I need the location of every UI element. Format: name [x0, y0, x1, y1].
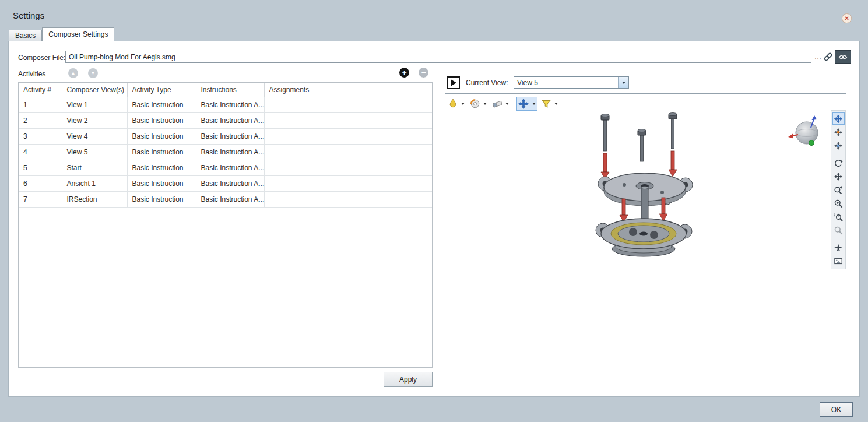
snapshot-button[interactable]: [832, 255, 845, 267]
column-header[interactable]: Instructions: [196, 83, 264, 97]
table-row[interactable]: 7 IRSection Basic Instruction Basic Inst…: [19, 192, 432, 208]
zoom-in-icon: [834, 199, 843, 208]
cell-activity-num[interactable]: 6: [19, 176, 62, 192]
cell-type[interactable]: Basic Instruction: [127, 192, 196, 208]
cell-activity-num[interactable]: 1: [19, 97, 62, 113]
column-header[interactable]: Activity Type: [127, 83, 196, 97]
link-button[interactable]: [823, 52, 833, 62]
cell-type[interactable]: Basic Instruction: [127, 176, 196, 192]
cell-instructions[interactable]: Basic Instruction A...: [196, 160, 264, 176]
apply-button[interactable]: Apply: [384, 372, 433, 387]
view-mode-button[interactable]: [468, 97, 489, 111]
zoom-area-button[interactable]: [832, 210, 845, 223]
add-activity-button[interactable]: +: [399, 68, 409, 78]
cell-assignments[interactable]: [264, 192, 432, 208]
select-move-button[interactable]: [832, 112, 845, 125]
cell-assignments[interactable]: [264, 113, 432, 129]
table-row[interactable]: 6 Ansicht 1 Basic Instruction Basic Inst…: [19, 176, 432, 192]
dropdown-caret[interactable]: [482, 97, 488, 110]
cell-instructions[interactable]: Basic Instruction A...: [196, 145, 264, 160]
ok-button[interactable]: OK: [820, 402, 853, 417]
browse-button[interactable]: …: [813, 51, 823, 63]
dropdown-caret[interactable]: [504, 97, 510, 110]
orbit-button[interactable]: [832, 157, 845, 169]
transform-part-button[interactable]: [832, 139, 845, 152]
cell-view[interactable]: View 4: [62, 129, 127, 145]
composer-file-label: Composer File:: [18, 54, 65, 62]
render-style-button[interactable]: [446, 97, 466, 111]
cell-view[interactable]: View 5: [62, 145, 127, 160]
tab-composer-settings[interactable]: Composer Settings: [42, 27, 114, 41]
filter-button[interactable]: [539, 97, 560, 111]
column-header[interactable]: Activity #: [19, 83, 62, 97]
activities-table: Activity # Composer View(s) Activity Typ…: [18, 82, 433, 368]
bolt-icon: [601, 113, 677, 162]
composer-file-input[interactable]: [65, 51, 811, 63]
cell-view[interactable]: View 2: [62, 113, 127, 129]
table-row[interactable]: 2 View 2 Basic Instruction Basic Instruc…: [19, 113, 432, 129]
model-3d-view[interactable]: [575, 110, 721, 262]
remove-activity-button[interactable]: −: [419, 68, 428, 78]
move-activity-down-button[interactable]: ▼: [88, 68, 98, 78]
cell-assignments[interactable]: [264, 129, 432, 145]
disc-icon: [469, 98, 481, 110]
table-row[interactable]: 4 View 5 Basic Instruction Basic Instruc…: [19, 145, 432, 160]
dropdown-caret[interactable]: [553, 97, 559, 110]
table-row[interactable]: 5 Start Basic Instruction Basic Instruct…: [19, 160, 432, 176]
cell-assignments[interactable]: [264, 97, 432, 113]
table-row[interactable]: 1 View 1 Basic Instruction Basic Instruc…: [19, 97, 432, 113]
cell-type[interactable]: Basic Instruction: [127, 129, 196, 145]
cell-instructions[interactable]: Basic Instruction A...: [196, 97, 264, 113]
zoom-previous-button[interactable]: [832, 224, 845, 236]
cell-activity-num[interactable]: 4: [19, 145, 62, 160]
cell-activity-num[interactable]: 3: [19, 129, 62, 145]
play-button[interactable]: [447, 76, 460, 89]
cell-instructions[interactable]: Basic Instruction A...: [196, 113, 264, 129]
navigation-orb[interactable]: [788, 114, 825, 151]
window-title: Settings: [13, 10, 44, 20]
cell-view[interactable]: View 1: [62, 97, 127, 113]
zoom-arrow-icon: [834, 185, 843, 195]
cell-activity-num[interactable]: 2: [19, 113, 62, 129]
play-icon: [451, 79, 456, 86]
move-mode-button[interactable]: [516, 97, 537, 111]
column-header[interactable]: Assignments: [264, 83, 432, 97]
move-activity-up-button[interactable]: ▲: [68, 68, 78, 78]
clipping-button[interactable]: [490, 97, 511, 111]
zoom-in-button[interactable]: [832, 197, 845, 209]
pump-lower-housing: [596, 219, 692, 256]
zoom-button[interactable]: [832, 184, 845, 196]
cell-assignments[interactable]: [264, 160, 432, 176]
close-button[interactable]: ✕: [842, 13, 852, 23]
cell-type[interactable]: Basic Instruction: [127, 97, 196, 113]
cell-view[interactable]: IRSection: [62, 192, 127, 208]
dropdown-caret[interactable]: [530, 97, 537, 110]
cell-activity-num[interactable]: 5: [19, 160, 62, 176]
eraser-icon: [491, 98, 503, 110]
cell-assignments[interactable]: [264, 145, 432, 160]
cell-instructions[interactable]: Basic Instruction A...: [196, 176, 264, 192]
settings-dialog: Settings ✕ Basics Composer Settings Comp…: [0, 0, 868, 422]
cell-activity-num[interactable]: 7: [19, 192, 62, 208]
translate-part-button[interactable]: [832, 126, 845, 138]
tab-basics[interactable]: Basics: [9, 30, 42, 41]
cell-type[interactable]: Basic Instruction: [127, 113, 196, 129]
cell-type[interactable]: Basic Instruction: [127, 145, 196, 160]
cell-type[interactable]: Basic Instruction: [127, 160, 196, 176]
pan-button[interactable]: [832, 170, 845, 182]
column-header[interactable]: Composer View(s): [62, 83, 127, 97]
magnifier-icon: [834, 226, 843, 235]
current-view-label: Current View:: [466, 79, 508, 87]
cell-assignments[interactable]: [264, 176, 432, 192]
cell-view[interactable]: Start: [62, 160, 127, 176]
view-tools-toolbar: [831, 110, 846, 269]
cell-instructions[interactable]: Basic Instruction A...: [196, 129, 264, 145]
current-view-select[interactable]: View 5: [514, 76, 629, 89]
dropdown-caret[interactable]: [459, 97, 466, 110]
cell-view[interactable]: Ansicht 1: [62, 176, 127, 192]
preview-button[interactable]: [835, 50, 851, 64]
dropdown-button[interactable]: [618, 77, 628, 88]
table-row[interactable]: 3 View 4 Basic Instruction Basic Instruc…: [19, 129, 432, 145]
cell-instructions[interactable]: Basic Instruction A...: [196, 192, 264, 208]
fly-through-button[interactable]: [832, 241, 845, 254]
